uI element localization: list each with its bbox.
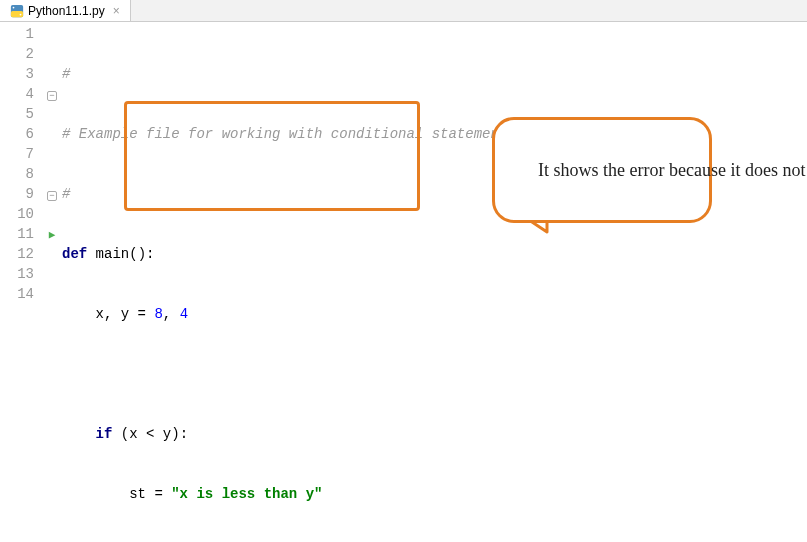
editor: 1 2 3 4 5 6 7 8 9 10 11 12 13 14 − − ▶ #… xyxy=(0,22,807,542)
close-tab-icon[interactable]: × xyxy=(113,4,120,18)
code-number: 8 xyxy=(154,306,162,322)
line-number: 8 xyxy=(0,164,34,184)
code-area[interactable]: # # Example file for working with condit… xyxy=(62,22,807,542)
line-number: 13 xyxy=(0,264,34,284)
annotation-callout: It shows the error because it does not m… xyxy=(492,117,712,223)
callout-text: It shows the error because it does not m… xyxy=(538,160,807,180)
line-number: 9 xyxy=(0,184,34,204)
line-number: 14 xyxy=(0,284,34,304)
code-comment: # Example file for working with conditio… xyxy=(62,126,507,142)
line-number: 10 xyxy=(0,204,34,224)
tab-bar: Python11.1.py × xyxy=(0,0,807,22)
code-comment: # xyxy=(62,186,70,202)
fold-gutter: − − ▶ xyxy=(42,22,62,542)
fold-toggle-icon[interactable]: − xyxy=(47,91,57,101)
python-file-icon xyxy=(10,4,24,18)
tab-filename: Python11.1.py xyxy=(28,4,105,18)
line-number: 7 xyxy=(0,144,34,164)
line-number: 2 xyxy=(0,44,34,64)
code-keyword: if xyxy=(96,426,113,442)
line-number-gutter: 1 2 3 4 5 6 7 8 9 10 11 12 13 14 xyxy=(0,22,42,542)
line-number: 11 xyxy=(0,224,34,244)
code-text: st = xyxy=(62,486,171,502)
code-text: (x < y): xyxy=(112,426,188,442)
code-text: x, y = xyxy=(62,306,154,322)
code-comment: # xyxy=(62,66,70,82)
line-number: 12 xyxy=(0,244,34,264)
svg-point-3 xyxy=(20,13,22,15)
code-ident: main(): xyxy=(87,246,154,262)
line-number: 4 xyxy=(0,84,34,104)
line-number: 1 xyxy=(0,24,34,44)
svg-point-2 xyxy=(13,6,15,8)
run-gutter-icon[interactable]: ▶ xyxy=(49,229,56,241)
line-number: 3 xyxy=(0,64,34,84)
fold-toggle-icon[interactable]: − xyxy=(47,191,57,201)
code-string: "x is less than y" xyxy=(171,486,322,502)
file-tab[interactable]: Python11.1.py × xyxy=(0,0,131,21)
line-number: 5 xyxy=(0,104,34,124)
code-keyword: def xyxy=(62,246,87,262)
line-number: 6 xyxy=(0,124,34,144)
svg-rect-1 xyxy=(11,11,23,17)
code-number: 4 xyxy=(180,306,188,322)
